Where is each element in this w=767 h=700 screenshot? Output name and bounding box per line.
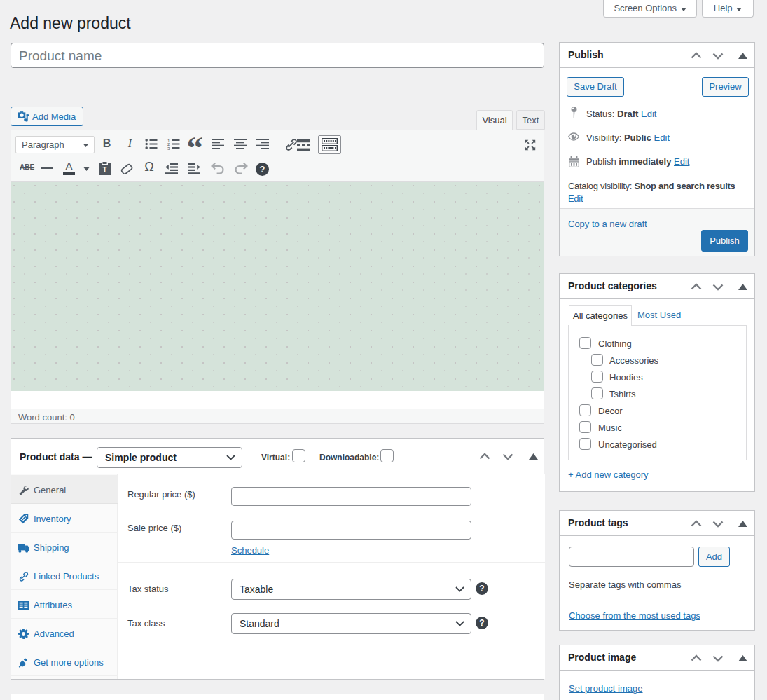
svg-text:T: T [102,166,106,174]
svg-text:?: ? [479,618,484,628]
svg-text:3: 3 [167,146,170,150]
svg-text:?: ? [260,164,265,174]
svg-text:?: ? [479,584,484,593]
svg-text:“: “ [188,136,203,151]
